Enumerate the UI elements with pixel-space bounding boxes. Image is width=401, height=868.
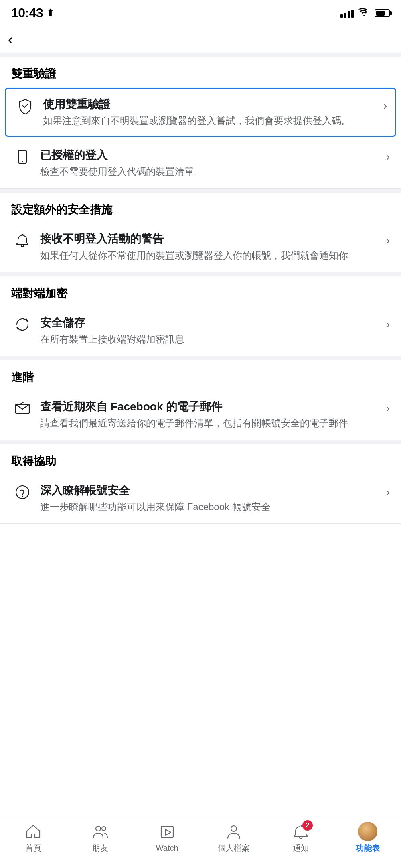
section-title-two-factor: 雙重驗證 [11, 67, 56, 80]
menu-item-authorized[interactable]: 已授權的登入 檢查不需要使用登入代碼的裝置清單 › [0, 138, 401, 189]
menu-nav-icon [358, 822, 377, 841]
watch-nav-icon [158, 823, 177, 842]
divider-5 [0, 440, 401, 444]
nav-item-friends[interactable]: 朋友 [67, 819, 134, 856]
location-icon: ⬆ [46, 7, 55, 19]
menu-item-learn-more[interactable]: 深入瞭解帳號安全 進一步瞭解哪些功能可以用來保障 Facebook 帳號安全 › [0, 474, 401, 524]
section-two-factor: 雙重驗證 使用雙重驗證 如果注意到來自不明裝置或瀏覽器的登入嘗試，我們會要求提供… [0, 57, 401, 189]
nav-item-notifications[interactable]: 2 通知 [267, 819, 334, 856]
section-header-extra: 設定額外的安全措施 [0, 193, 401, 222]
svg-point-6 [22, 495, 23, 497]
menu-item-facebook-emails[interactable]: 查看近期來自 Facebook 的電子郵件 請查看我們最近寄送給你的電子郵件清單… [0, 390, 401, 440]
divider-2 [0, 189, 401, 193]
svg-marker-10 [166, 829, 171, 835]
bottom-nav: 首頁 朋友 Watch 個人 [0, 815, 401, 868]
section-header-help: 取得協助 [0, 444, 401, 474]
section-header-advanced: 進階 [0, 360, 401, 390]
section-extra-security: 設定額外的安全措施 接收不明登入活動的警告 如果任何人從你不常使用的裝置或瀏覽器… [0, 193, 401, 272]
profile-nav-icon [224, 822, 243, 841]
nav-label-menu: 功能表 [356, 843, 380, 854]
sync-icon [11, 316, 34, 333]
menu-item-content-facebook-emails: 查看近期來自 Facebook 的電子郵件 請查看我們最近寄送給你的電子郵件清單… [40, 400, 382, 430]
menu-item-desc-two-factor: 如果注意到來自不明裝置或瀏覽器的登入嘗試，我們會要求提供登入碼。 [43, 114, 379, 128]
avatar-image [358, 822, 377, 841]
home-nav-icon [24, 822, 43, 841]
section-header-e2e: 端對端加密 [0, 276, 401, 306]
chevron-icon-learn-more: › [382, 483, 390, 499]
section-help: 取得協助 深入瞭解帳號安全 進一步瞭解哪些功能可以用來保障 Facebook 帳… [0, 444, 401, 524]
status-icons [340, 8, 390, 19]
nav-label-home: 首頁 [25, 843, 41, 854]
nav-item-watch[interactable]: Watch [134, 820, 200, 855]
section-title-advanced: 進階 [11, 371, 34, 383]
friends-nav-icon [91, 822, 110, 841]
menu-item-desc-alerts: 如果任何人從你不常使用的裝置或瀏覽器登入你的帳號，我們就會通知你 [40, 249, 382, 262]
menu-item-title-two-factor: 使用雙重驗證 [43, 97, 379, 112]
back-button[interactable]: ‹ [8, 32, 13, 47]
menu-item-content-alerts: 接收不明登入活動的警告 如果任何人從你不常使用的裝置或瀏覽器登入你的帳號，我們就… [40, 232, 382, 262]
nav-item-profile[interactable]: 個人檔案 [200, 819, 267, 856]
menu-item-secure-storage[interactable]: 安全儲存 在所有裝置上接收端對端加密訊息 › [0, 306, 401, 356]
section-e2e: 端對端加密 安全儲存 在所有裝置上接收端對端加密訊息 › [0, 276, 401, 356]
wifi-icon [358, 8, 370, 19]
chevron-icon-secure-storage: › [382, 316, 390, 331]
nav-label-friends: 朋友 [92, 843, 108, 854]
menu-item-desc-authorized: 檢查不需要使用登入代碼的裝置清單 [40, 165, 382, 178]
menu-item-title-learn-more: 深入瞭解帳號安全 [40, 483, 382, 498]
menu-item-title-alerts: 接收不明登入活動的警告 [40, 232, 382, 246]
section-title-extra: 設定額外的安全措施 [11, 203, 112, 216]
svg-point-11 [231, 826, 237, 831]
user-avatar [358, 822, 377, 841]
menu-item-alerts[interactable]: 接收不明登入活動的警告 如果任何人從你不常使用的裝置或瀏覽器登入你的帳號，我們就… [0, 222, 401, 272]
svg-line-4 [21, 402, 24, 404]
menu-item-title-authorized: 已授權的登入 [40, 148, 382, 162]
svg-point-8 [102, 827, 106, 831]
status-time: 10:43 [11, 6, 43, 20]
notification-badge: 2 [302, 820, 313, 831]
menu-item-desc-learn-more: 進一步瞭解哪些功能可以用來保障 Facebook 帳號安全 [40, 500, 382, 514]
divider-top [0, 53, 401, 57]
nav-label-profile: 個人檔案 [218, 843, 250, 854]
bell-icon [11, 233, 34, 249]
svg-point-7 [96, 826, 101, 831]
nav-item-menu[interactable]: 功能表 [334, 819, 401, 856]
menu-item-content-two-factor: 使用雙重驗證 如果注意到來自不明裝置或瀏覽器的登入嘗試，我們會要求提供登入碼。 [43, 97, 379, 128]
section-header-two-factor: 雙重驗證 [0, 57, 401, 86]
section-title-e2e: 端對端加密 [11, 287, 67, 300]
menu-item-desc-secure-storage: 在所有裝置上接收端對端加密訊息 [40, 333, 382, 346]
back-bar: ‹ [0, 24, 401, 53]
signal-icon [340, 9, 354, 18]
svg-rect-9 [161, 826, 173, 838]
chevron-icon-two-factor: › [379, 97, 387, 112]
notifications-nav-icon: 2 [291, 822, 310, 841]
chevron-icon-authorized: › [382, 148, 390, 163]
menu-item-content-learn-more: 深入瞭解帳號安全 進一步瞭解哪些功能可以用來保障 Facebook 帳號安全 [40, 483, 382, 514]
menu-item-use-two-factor[interactable]: 使用雙重驗證 如果注意到來自不明裝置或瀏覽器的登入嘗試，我們會要求提供登入碼。 … [5, 88, 396, 137]
divider-4 [0, 356, 401, 360]
menu-item-content-secure-storage: 安全儲存 在所有裝置上接收端對端加密訊息 [40, 316, 382, 346]
section-title-help: 取得協助 [11, 455, 56, 467]
menu-item-content-authorized: 已授權的登入 檢查不需要使用登入代碼的裝置清單 [40, 148, 382, 178]
nav-label-notifications: 通知 [293, 843, 309, 854]
bottom-spacer [0, 524, 401, 584]
chevron-icon-facebook-emails: › [382, 400, 390, 415]
battery-icon [375, 9, 390, 17]
shield-icon [14, 98, 36, 114]
nav-label-watch: Watch [156, 844, 178, 853]
status-bar: 10:43 ⬆ [0, 0, 401, 24]
menu-item-desc-facebook-emails: 請查看我們最近寄送給你的電子郵件清單，包括有關帳號安全的電子郵件 [40, 416, 382, 430]
nav-item-home[interactable]: 首頁 [0, 819, 67, 856]
svg-point-1 [22, 161, 23, 162]
device-icon [11, 149, 34, 165]
help-icon [11, 484, 34, 500]
chevron-icon-alerts: › [382, 232, 390, 247]
section-advanced: 進階 查看近期來自 Facebook 的電子郵件 請查看我們最近寄送給你的電子郵… [0, 360, 401, 440]
divider-3 [0, 272, 401, 276]
menu-item-title-secure-storage: 安全儲存 [40, 316, 382, 330]
email-icon [11, 400, 34, 416]
menu-item-title-facebook-emails: 查看近期來自 Facebook 的電子郵件 [40, 400, 382, 414]
